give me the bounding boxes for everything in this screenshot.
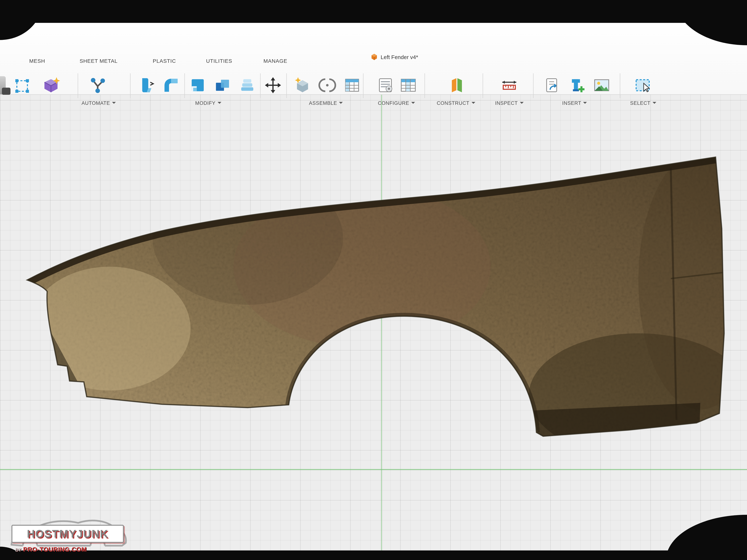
ribbon-toolbar: MESH SHEET METAL PLASTIC UTILITIES MANAG… [0, 23, 747, 95]
group-label: CONSTRUCT [437, 100, 469, 106]
toolbar-divider [483, 73, 483, 98]
measure-icon[interactable] [500, 76, 518, 94]
configuration-table-icon[interactable] [399, 76, 417, 94]
new-component-icon[interactable] [293, 76, 312, 94]
group-label: AUTOMATE [81, 100, 110, 106]
bend-icon[interactable] [162, 76, 180, 94]
document-title: Left Fender v4* [381, 54, 418, 60]
dropdown-caret-icon [411, 102, 415, 104]
stack-icon[interactable] [238, 76, 256, 94]
group-label: INSPECT [495, 100, 518, 106]
toolbar-divider [620, 73, 620, 98]
toolbar-divider [78, 73, 78, 98]
document-tab[interactable]: Left Fender v4* [371, 53, 418, 60]
dropdown-caret-icon [217, 102, 221, 104]
mesh-solid-icon[interactable] [42, 76, 60, 94]
group-label: MODIFY [195, 100, 215, 106]
group-label: ASSEMBLE [309, 100, 337, 106]
tessellate-icon[interactable] [14, 76, 31, 94]
tab-mesh[interactable]: MESH [29, 58, 45, 64]
construct-plane-icon[interactable] [448, 76, 466, 94]
watermark-subtitle: BY PRO-TOURING.COM [15, 546, 87, 553]
group-label: CONFIGURE [378, 100, 409, 106]
dropdown-caret-icon [471, 102, 475, 104]
insert-derive-icon[interactable] [543, 76, 561, 94]
tab-utilities[interactable]: UTILITIES [206, 58, 232, 64]
canvas-image-icon[interactable] [593, 76, 611, 94]
dropdown-caret-icon [112, 102, 116, 104]
toolbar-divider [130, 73, 131, 98]
group-assemble[interactable]: ASSEMBLE [309, 100, 343, 106]
group-label: INSERT [562, 100, 581, 106]
hostmyjunk-watermark: HOSTMYJUNK BY PRO-TOURING.COM [7, 504, 132, 559]
flange-icon[interactable] [137, 76, 155, 94]
group-label: SELECT [630, 100, 650, 106]
tab-manage[interactable]: MANAGE [263, 58, 287, 64]
joint-icon[interactable] [318, 76, 336, 94]
group-inspect[interactable]: INSPECT [495, 100, 523, 106]
dropdown-caret-icon [583, 102, 587, 104]
toolbar-divider [424, 73, 425, 98]
dropdown-caret-icon [520, 102, 523, 104]
move-icon[interactable] [264, 76, 282, 94]
component-cube-icon [371, 53, 378, 60]
group-configure[interactable]: CONFIGURE [378, 100, 415, 106]
watermark-title: HOSTMYJUNK [27, 527, 108, 540]
group-select[interactable]: SELECT [630, 100, 656, 106]
toolbar-divider [533, 73, 534, 98]
toolbar-divider [184, 73, 185, 98]
automate-icon[interactable] [88, 76, 107, 94]
sidebar-toggle-button[interactable] [2, 87, 10, 95]
dropdown-caret-icon [652, 102, 656, 104]
screen: MESH SHEET METAL PLASTIC UTILITIES MANAG… [0, 0, 747, 560]
select-window-icon[interactable] [634, 76, 652, 94]
dropdown-caret-icon [339, 102, 343, 104]
configuration-icon[interactable] [376, 76, 394, 94]
combine-icon[interactable] [213, 76, 232, 94]
tab-plastic[interactable]: PLASTIC [153, 58, 176, 64]
group-automate[interactable]: AUTOMATE [81, 100, 116, 106]
form-press-icon[interactable] [188, 76, 207, 94]
toolbar-divider [363, 73, 363, 98]
watermark-plate: HOSTMYJUNK [11, 525, 124, 543]
insert-mesh-icon[interactable] [568, 76, 586, 94]
monitor-bezel-top [0, 0, 747, 23]
toolbar-divider [260, 73, 261, 98]
tab-sheet-metal[interactable]: SHEET METAL [80, 58, 118, 64]
toolbar-divider [286, 73, 287, 98]
group-construct[interactable]: CONSTRUCT [437, 100, 475, 106]
watermark-site: PRO-TOURING.COM [23, 546, 87, 553]
group-insert[interactable]: INSERT [562, 100, 587, 106]
group-modify[interactable]: MODIFY [195, 100, 221, 106]
watermark-by: BY [15, 548, 21, 553]
bom-table-icon[interactable] [343, 76, 361, 94]
